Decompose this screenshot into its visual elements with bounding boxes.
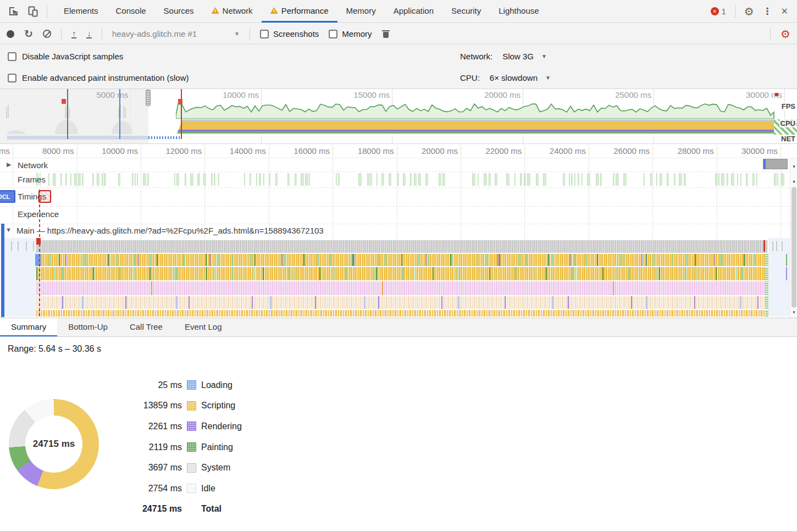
toolbar-separator-3: [250, 27, 250, 41]
main-collapse-icon[interactable]: ▼: [5, 226, 12, 233]
scroll-up-icon[interactable]: ▴: [790, 178, 797, 184]
frame-tick: [135, 173, 136, 186]
toolbar-separator-1: [61, 27, 62, 41]
flame-row-rendering[interactable]: [36, 281, 768, 295]
frame-tick: [53, 173, 56, 186]
frame-tick: [338, 173, 340, 186]
detail-tab-summary[interactable]: Summary: [0, 318, 57, 336]
flame-row-scripting-1[interactable]: [36, 254, 768, 266]
frame-tick: [214, 173, 215, 186]
frame-tick: [727, 173, 728, 186]
disable-js-checkbox[interactable]: [8, 52, 16, 61]
track-label-frames[interactable]: Frames: [18, 175, 46, 184]
settings-gear-icon[interactable]: ⚙: [744, 6, 754, 17]
timeline-overview[interactable]: 5000 ms10000 ms15000 ms20000 ms25000 ms3…: [0, 88, 797, 144]
frame-tick: [358, 173, 362, 186]
legend-value: 3697 ms: [99, 463, 182, 473]
overview-window-grabber[interactable]: [146, 90, 151, 106]
legend-swatch: [187, 484, 196, 493]
garbage-collect-icon[interactable]: [383, 30, 389, 38]
frame-tick: [674, 173, 676, 186]
save-profile-icon[interactable]: ↓: [86, 30, 92, 38]
tab-label: Network: [223, 6, 253, 15]
sparse-task-tick: [18, 241, 19, 251]
screenshots-checkbox[interactable]: [260, 30, 269, 38]
error-icon: ✕: [711, 7, 719, 15]
load-profile-icon[interactable]: ↑: [71, 30, 77, 38]
summary-pane: Range: 5.64 s – 30.36 s 24715 ms 25 msLo…: [0, 337, 797, 531]
frame-tick: [367, 173, 370, 186]
tab-network[interactable]: Network: [203, 0, 262, 23]
error-count-badge[interactable]: ✕ 1: [711, 7, 726, 16]
detail-tab-call-tree[interactable]: Call Tree: [119, 318, 174, 336]
memory-checkbox[interactable]: [329, 30, 337, 38]
tab-lighthouse[interactable]: Lighthouse: [490, 0, 547, 23]
ruler-tick-label: 20000 ms: [422, 146, 461, 156]
capture-settings-pane: Disable JavaScript samples Enable advanc…: [0, 45, 797, 88]
flame-row-micro[interactable]: [36, 310, 768, 317]
activity-legend: 25 msLoading13859 msScripting2261 msRend…: [99, 375, 242, 519]
flame-row-scripting-2[interactable]: [36, 267, 768, 280]
frame-tick: [684, 173, 686, 186]
tab-performance[interactable]: Performance: [262, 0, 337, 23]
frame-tick: [752, 173, 755, 186]
frame-tick: [484, 173, 487, 186]
flame-selection-edge[interactable]: [1, 224, 4, 317]
load-marker-badge[interactable]: [38, 190, 51, 203]
paint-instrumentation-checkbox[interactable]: [8, 74, 16, 82]
frame-tick: [132, 173, 134, 186]
device-toolbar-icon[interactable]: [27, 5, 39, 18]
track-label-experience[interactable]: Experience: [18, 209, 59, 219]
dcl-marker-badge[interactable]: DCL: [0, 190, 15, 203]
tab-memory[interactable]: Memory: [337, 0, 385, 23]
tab-console[interactable]: Console: [107, 0, 155, 23]
cpu-throttle-select[interactable]: 6× slowdown: [490, 73, 538, 82]
network-request-bar[interactable]: [763, 159, 788, 169]
tracks-vertical-scrollbar[interactable]: ▾ ▴ ▾: [790, 158, 797, 318]
track-label-main[interactable]: Main — https://heavy-ads.glitch.me/?ad=%…: [16, 226, 324, 235]
close-devtools-icon[interactable]: ✕: [781, 7, 788, 16]
frame-tick: [679, 173, 682, 186]
tab-security[interactable]: Security: [442, 0, 490, 23]
detail-tab-event-log[interactable]: Event Log: [174, 318, 233, 336]
frame-tick: [600, 173, 602, 186]
kebab-menu-icon[interactable]: ⋮: [763, 7, 772, 16]
flame-row-nested[interactable]: [36, 296, 768, 309]
timeline-tracks[interactable]: ▶ Network Frames DCL Timings Experience …: [0, 158, 797, 318]
frame-tick: [82, 173, 84, 186]
frame-tick: [527, 173, 530, 186]
scroll-down-icon[interactable]: ▾: [790, 164, 797, 169]
flame-row-tasks[interactable]: [36, 240, 768, 253]
scrollbar-thumb[interactable]: [792, 187, 796, 308]
toolbar-separator-2: [102, 27, 102, 41]
network-throttle-select[interactable]: Slow 3G: [502, 52, 534, 61]
scroll-down-icon[interactable]: ▾: [790, 309, 797, 315]
frame-tick: [377, 173, 378, 186]
capture-settings-gear-icon[interactable]: ⚙: [781, 29, 790, 40]
record-button[interactable]: [7, 30, 14, 38]
tab-sources[interactable]: Sources: [155, 0, 203, 23]
legend-value: 2261 ms: [99, 422, 182, 431]
toolbar-separator-4: [770, 27, 771, 41]
reload-and-record-icon[interactable]: ↻: [24, 27, 33, 40]
track-label-network[interactable]: Network: [18, 160, 48, 170]
overview-dcl-line: [67, 89, 68, 139]
frame-tick: [176, 173, 179, 186]
flame-endcap: [765, 310, 768, 317]
frame-tick: [414, 173, 417, 186]
frame-tick: [495, 173, 497, 186]
ruler-tick-label: 12000 ms: [165, 146, 204, 156]
ruler-tick: [77, 145, 78, 158]
frames-track-bars[interactable]: [0, 173, 790, 186]
timeline-ruler[interactable]: 6000 ms8000 ms10000 ms12000 ms14000 ms16…: [0, 145, 797, 158]
tab-elements[interactable]: Elements: [55, 0, 107, 23]
tab-application[interactable]: Application: [385, 0, 442, 23]
inspect-element-icon[interactable]: [8, 5, 19, 17]
ruler-tick-label: 6000 ms: [0, 146, 13, 156]
history-selector[interactable]: heavy-ads.glitch.me #1 ▼: [112, 29, 240, 38]
frame-tick: [70, 173, 71, 186]
frame-tick: [143, 173, 146, 186]
clear-recording-icon[interactable]: [43, 30, 51, 38]
detail-tab-bottom-up[interactable]: Bottom-Up: [57, 318, 119, 336]
network-expand-icon[interactable]: ▶: [7, 161, 11, 168]
